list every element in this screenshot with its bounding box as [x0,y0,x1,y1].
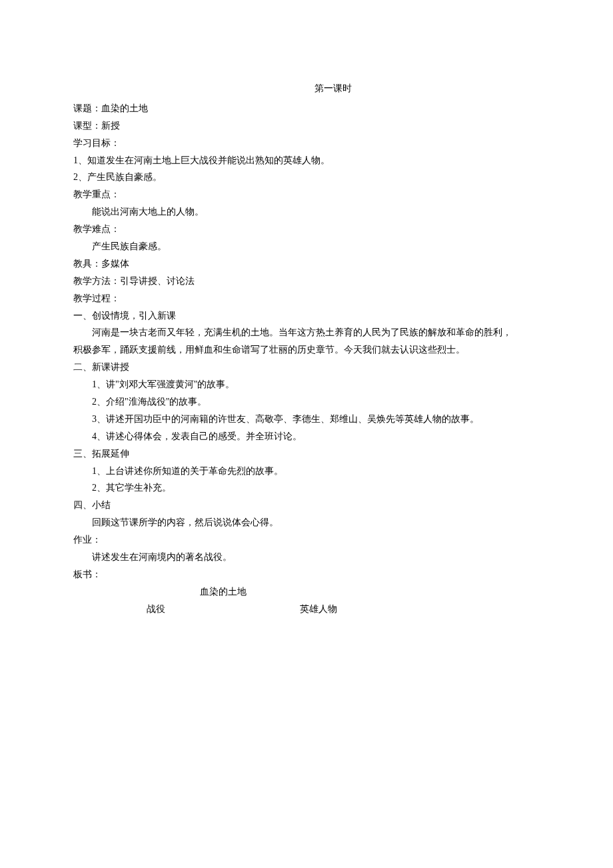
section2-title: 二、新课讲授 [73,359,540,376]
tools-value: 多媒体 [101,259,129,269]
section2-item-2: 2、介绍"淮海战役"的故事。 [73,393,540,411]
methods-value: 引导讲授、讨论法 [120,276,195,286]
board-label: 板书： [73,566,540,583]
topic-line: 课题：血染的土地 [73,100,540,117]
board-col-hero: 英雄人物 [300,601,433,618]
objective-2: 2、产生民族自豪感。 [73,169,540,186]
type-line: 课型：新授 [73,117,540,135]
section3-title: 三、拓展延伸 [73,445,540,463]
intro-paragraph-2: 积极参军，踊跃支援前线，用鲜血和生命谱写了壮丽的历史章节。今天我们就去认识这些烈… [73,341,540,359]
tools-line: 教具：多媒体 [73,255,540,273]
process-label: 教学过程： [73,290,540,307]
key-value: 能说出河南大地上的人物。 [73,203,540,221]
board-col-battle: 战役 [147,601,300,618]
intro-paragraph-1: 河南是一块古老而又年轻，充满生机的土地。当年这方热土养育的人民为了民族的解放和革… [73,324,540,341]
board-columns: 战役 英雄人物 [73,601,540,618]
topic-label: 课题： [73,103,101,113]
methods-label: 教学方法： [73,276,120,286]
type-label: 课型： [73,121,101,131]
section3-item-1: 1、上台讲述你所知道的关于革命先烈的故事。 [73,463,540,480]
tools-label: 教具： [73,259,101,269]
section2-item-1: 1、讲"刘邓大军强渡黄河"的故事。 [73,376,540,393]
board-title: 血染的土地 [73,583,540,601]
methods-line: 教学方法：引导讲授、讨论法 [73,273,540,290]
section1-title: 一、创设情境，引入新课 [73,307,540,325]
topic-value: 血染的土地 [101,103,148,113]
homework-value: 讲述发生在河南境内的著名战役。 [73,549,540,566]
section2-item-3: 3、讲述开国功臣中的河南籍的许世友、高敬亭、李德生、郑维山、吴焕先等英雄人物的故… [73,411,540,428]
key-label: 教学重点： [73,186,540,203]
homework-label: 作业： [73,531,540,549]
section3-item-2: 2、其它学生补充。 [73,479,540,497]
type-value: 新授 [101,121,120,131]
difficulty-label: 教学难点： [73,221,540,238]
objectives-label: 学习目标： [73,135,540,152]
section4-content: 回顾这节课所学的内容，然后说说体会心得。 [73,514,540,531]
section2-item-4: 4、讲述心得体会，发表自己的感受。并全班讨论。 [73,428,540,445]
section4-title: 四、小结 [73,497,540,514]
objective-1: 1、知道发生在河南土地上巨大战役并能说出熟知的英雄人物。 [73,152,540,169]
lesson-title: 第一课时 [73,80,540,97]
difficulty-value: 产生民族自豪感。 [73,238,540,255]
